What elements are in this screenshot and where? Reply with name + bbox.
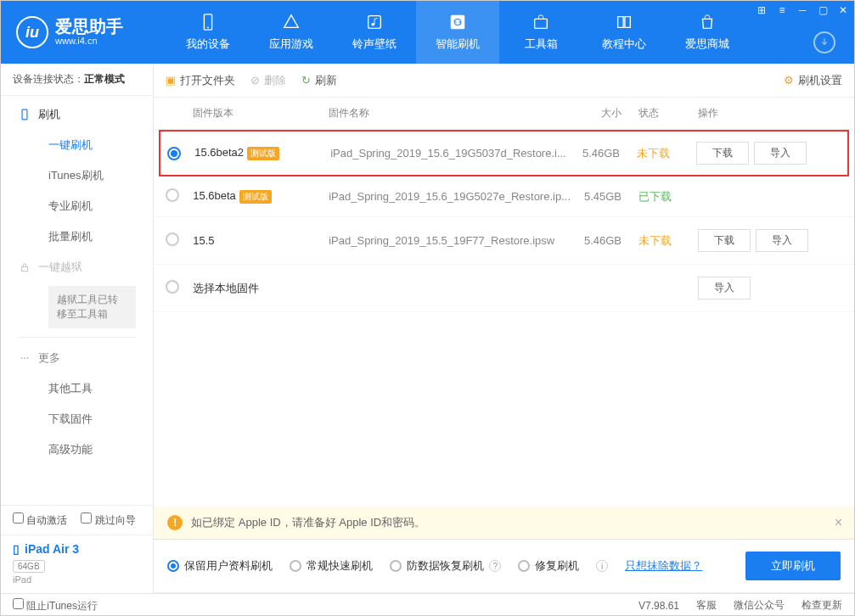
delete-button[interactable]: ⊘ 删除 <box>250 73 286 88</box>
sidebar-advanced[interactable]: 高级功能 <box>1 434 153 465</box>
app-name: 爱思助手 <box>55 18 123 35</box>
firmware-row[interactable]: 15.6beta测试版 iPad_Spring_2019_15.6_19G502… <box>154 176 854 217</box>
firmware-status: 未下载 <box>637 146 696 161</box>
device-card[interactable]: ▯ iPad Air 3 64GB iPad <box>1 535 153 593</box>
device-type: iPad <box>13 574 141 585</box>
close-icon[interactable]: ✕ <box>837 4 849 16</box>
more-icon <box>18 351 31 365</box>
delete-icon: ⊘ <box>250 74 260 87</box>
customer-service-link[interactable]: 客服 <box>696 598 717 613</box>
svg-rect-4 <box>451 15 465 30</box>
firmware-name: iPad_Spring_2019_15.6_19G5037d_Restore.i… <box>330 147 569 160</box>
lock-icon <box>18 260 31 274</box>
sidebar-oneclick-flash[interactable]: 一键刷机 <box>1 130 153 160</box>
nav-label: 铃声壁纸 <box>352 36 397 52</box>
firmware-status: 已下载 <box>638 189 698 204</box>
opt-anti-recovery[interactable]: 防数据恢复刷机 ? <box>390 558 501 574</box>
import-button[interactable]: 导入 <box>754 142 807 165</box>
version-label: V7.98.61 <box>638 600 679 612</box>
svg-rect-5 <box>535 19 548 28</box>
nav-flash[interactable]: 智能刷机 <box>416 1 499 64</box>
skip-guide-checkbox[interactable]: 跳过向导 <box>81 512 135 528</box>
toolbar: ▣ 打开文件夹 ⊘ 删除 ↻ 刷新 ⚙ 刷机设置 <box>154 64 854 98</box>
help-icon[interactable]: i <box>596 560 608 572</box>
nav-my-device[interactable]: 我的设备 <box>166 1 250 64</box>
close-warning-icon[interactable]: × <box>835 515 842 530</box>
sidebar-pro-flash[interactable]: 专业刷机 <box>1 191 153 221</box>
music-icon <box>365 13 384 31</box>
firmware-size: 5.45GB <box>571 190 638 203</box>
svg-point-1 <box>207 27 209 29</box>
nav-label: 应用游戏 <box>269 36 313 52</box>
sidebar-download-firmware[interactable]: 下载固件 <box>1 404 153 434</box>
version-text: 15.6beta2 <box>194 146 244 159</box>
version-text: 15.6beta <box>193 189 236 202</box>
nav-label: 我的设备 <box>186 36 230 52</box>
gear-icon: ⚙ <box>784 74 794 87</box>
block-itunes-checkbox[interactable]: 阻止iTunes运行 <box>13 598 98 613</box>
opt-keep-data[interactable]: 保留用户资料刷机 <box>167 558 273 574</box>
nav-tutorial[interactable]: 教程中心 <box>582 1 666 64</box>
opt-normal[interactable]: 常规快速刷机 <box>290 558 373 574</box>
menu-icon[interactable]: ≡ <box>776 4 788 16</box>
import-button[interactable]: 导入 <box>756 229 808 252</box>
radio-icon[interactable] <box>167 147 181 160</box>
local-firmware-row[interactable]: 选择本地固件 导入 <box>154 265 854 312</box>
sidebar-more[interactable]: 更多 <box>1 343 153 373</box>
help-icon[interactable]: ? <box>489 560 501 572</box>
sidebar-flash[interactable]: 刷机 <box>1 99 153 130</box>
radio-icon[interactable] <box>166 188 179 202</box>
opt-repair[interactable]: 修复刷机 <box>518 558 579 574</box>
device-name-label: iPad Air 3 <box>25 542 79 556</box>
minimize-icon[interactable]: ─ <box>796 4 808 16</box>
storage-badge: 64GB <box>13 560 45 573</box>
flash-settings-button[interactable]: ⚙ 刷机设置 <box>784 73 842 88</box>
beta-badge: 测试版 <box>247 147 279 160</box>
maximize-icon[interactable]: ▢ <box>817 4 829 16</box>
local-firmware-label: 选择本地固件 <box>193 282 259 294</box>
download-button[interactable]: 下载 <box>698 229 751 252</box>
refresh-button[interactable]: ↻ 刷新 <box>301 73 337 88</box>
header-status: 状态 <box>638 106 698 120</box>
radio-icon[interactable] <box>166 232 179 246</box>
import-button[interactable]: 导入 <box>698 277 751 300</box>
svg-rect-6 <box>22 109 27 120</box>
nav-ringtones[interactable]: 铃声壁纸 <box>333 1 416 64</box>
logo-area: iu 爱思助手 www.i4.cn <box>1 16 166 48</box>
svg-point-9 <box>24 357 25 359</box>
app-domain: www.i4.cn <box>55 35 123 47</box>
window-controls: ⊞ ≡ ─ ▢ ✕ <box>756 4 849 16</box>
wechat-link[interactable]: 微信公众号 <box>734 598 785 613</box>
sidebar-itunes-flash[interactable]: iTunes刷机 <box>1 160 153 191</box>
sidebar-batch-flash[interactable]: 批量刷机 <box>1 221 153 252</box>
phone-icon <box>199 13 217 31</box>
radio-icon[interactable] <box>166 280 179 294</box>
sidebar-options: 自动激活 跳过向导 <box>1 506 153 535</box>
flash-now-button[interactable]: 立即刷机 <box>745 552 841 580</box>
firmware-name: iPad_Spring_2019_15.5_19F77_Restore.ipsw <box>329 234 571 247</box>
sidebar-other-tools[interactable]: 其他工具 <box>1 373 153 404</box>
firmware-row[interactable]: 15.5 iPad_Spring_2019_15.5_19F77_Restore… <box>154 217 854 265</box>
firmware-size: 5.46GB <box>569 147 637 160</box>
erase-data-link[interactable]: 只想抹除数据？ <box>625 558 702 574</box>
row-ops: 下载导入 <box>698 229 842 252</box>
nav-store[interactable]: 爱思商城 <box>666 1 749 64</box>
svg-rect-7 <box>22 266 28 271</box>
download-button[interactable]: 下载 <box>696 142 749 165</box>
firmware-table: 15.6beta2测试版 iPad_Spring_2019_15.6_19G50… <box>154 130 854 312</box>
auto-activate-checkbox[interactable]: 自动激活 <box>13 512 67 528</box>
beta-badge: 测试版 <box>239 190 272 204</box>
app-header: iu 爱思助手 www.i4.cn 我的设备 应用游戏 铃声壁纸 智能刷机 工具… <box>1 1 854 64</box>
download-indicator-icon[interactable] <box>813 31 835 53</box>
firmware-name: iPad_Spring_2019_15.6_19G5027e_Restore.i… <box>329 190 571 203</box>
device-icon: ▯ <box>13 542 20 556</box>
refresh-icon: ↻ <box>301 74 311 87</box>
open-folder-button[interactable]: ▣ 打开文件夹 <box>166 73 235 88</box>
nav-apps[interactable]: 应用游戏 <box>250 1 333 64</box>
firmware-row[interactable]: 15.6beta2测试版 iPad_Spring_2019_15.6_19G50… <box>159 130 849 176</box>
toolbox-icon <box>532 13 550 31</box>
firmware-size: 5.46GB <box>571 234 638 247</box>
grid-icon[interactable]: ⊞ <box>756 4 768 16</box>
check-update-link[interactable]: 检查更新 <box>802 598 842 613</box>
nav-toolbox[interactable]: 工具箱 <box>499 1 582 64</box>
